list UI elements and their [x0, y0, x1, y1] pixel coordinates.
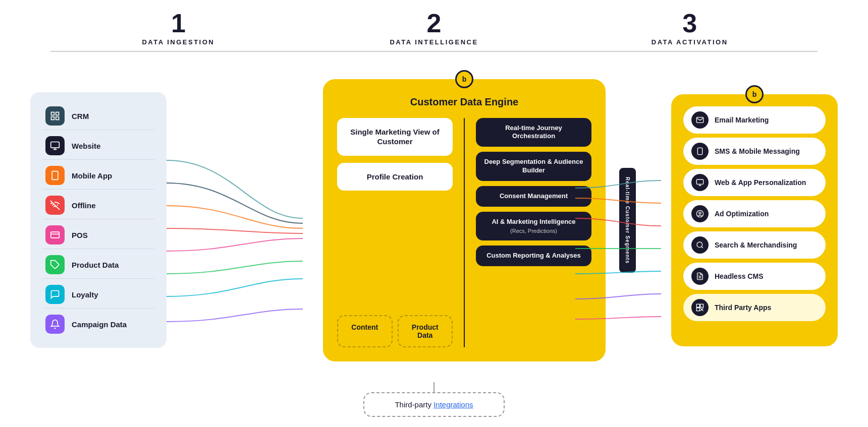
center-logo: b	[455, 70, 473, 88]
search-icon	[691, 236, 709, 254]
header-title-2: DATA INTELLIGENCE	[306, 38, 562, 46]
content-box: Content	[337, 315, 393, 347]
header-divider-3	[562, 51, 818, 52]
center-left-col: Single Marketing View of Customer Profil…	[337, 118, 453, 347]
integrations-vline	[433, 382, 435, 392]
page: 1 DATA INGESTION 2 DATA INTELLIGENCE 3 D…	[0, 0, 868, 427]
crm-icon	[45, 106, 65, 126]
profile-box: Profile Creation	[337, 163, 453, 191]
svg-rect-2	[51, 117, 55, 120]
right-item-search: Search & Merchandising	[683, 231, 826, 259]
right-item-email: Email Marketing	[683, 106, 826, 134]
campaign-label: Campaign Data	[72, 320, 127, 329]
header-section-3: 3 DATA ACTIVATION	[562, 10, 818, 52]
ad-icon	[691, 205, 709, 222]
svg-point-20	[699, 212, 701, 214]
smvc-box: Single Marketing View of Customer	[337, 118, 453, 156]
ad-label: Ad Optimization	[715, 210, 769, 218]
left-item-website: Website	[42, 132, 154, 160]
svg-point-21	[697, 242, 702, 248]
left-item-offline: Offline	[42, 192, 154, 219]
svg-rect-3	[56, 117, 59, 120]
integrations-link[interactable]: Integrations	[433, 400, 473, 409]
mobile-icon	[45, 166, 65, 185]
loyalty-label: Loyalty	[72, 290, 98, 299]
center-right-col: Real-time Journey Orchestration Deep Seg…	[476, 118, 591, 347]
center-panel: b Customer Data Engine Single Marketing …	[323, 79, 606, 361]
third-party-label: Third Party Apps	[715, 303, 771, 312]
header-number-3: 3	[562, 10, 818, 36]
website-icon	[45, 136, 65, 155]
journey-box: Real-time Journey Orchestration	[476, 118, 591, 147]
header-row: 1 DATA INGESTION 2 DATA INTELLIGENCE 3 D…	[20, 10, 848, 52]
integrations-box: Third-party Integrations	[363, 392, 504, 417]
header-number-1: 1	[50, 10, 306, 36]
crm-label: CRM	[72, 112, 89, 120]
header-section-1: 1 DATA INGESTION	[50, 10, 306, 52]
consent-box: Consent Management	[476, 186, 591, 207]
integrations-text: Third-party	[395, 400, 433, 409]
svg-rect-25	[696, 304, 699, 307]
header-title-3: DATA ACTIVATION	[562, 38, 818, 46]
sms-label: SMS & Mobile Messaging	[715, 147, 800, 155]
svg-rect-1	[56, 112, 59, 115]
center-logo-text: b	[462, 75, 467, 83]
left-item-campaign: Campaign Data	[42, 311, 154, 338]
right-panel: b Email Marketing SMS & Mobile Messaging…	[671, 94, 838, 346]
header-number-2: 2	[306, 10, 562, 36]
pos-icon	[45, 225, 65, 245]
offline-label: Offline	[72, 201, 96, 210]
left-item-crm: CRM	[42, 102, 154, 130]
bottom-boxes: Content Product Data	[337, 315, 453, 347]
header-divider-2	[306, 51, 562, 52]
cms-icon	[691, 268, 709, 285]
product-data-box: Product Data	[398, 315, 453, 347]
reporting-box: Custom Reporting & Analyses	[476, 246, 591, 266]
sms-icon	[691, 143, 709, 160]
svg-rect-7	[52, 171, 58, 180]
svg-rect-11	[51, 232, 60, 238]
svg-line-22	[701, 247, 703, 248]
center-title: Customer Data Engine	[410, 96, 518, 108]
campaign-icon	[45, 315, 65, 334]
rtcs-badge: Real-time Customer Segments	[619, 167, 636, 272]
left-item-mobile: Mobile App	[42, 162, 154, 190]
search-label: Search & Merchandising	[715, 241, 797, 249]
right-item-sms: SMS & Mobile Messaging	[683, 138, 826, 165]
left-item-product: Product Data	[42, 251, 154, 279]
header-section-2: 2 DATA INTELLIGENCE	[306, 10, 562, 52]
pos-label: POS	[72, 231, 88, 239]
right-item-cms: Headless CMS	[683, 263, 826, 290]
right-logo-text: b	[752, 90, 757, 98]
email-icon	[691, 111, 709, 129]
header-divider-1	[50, 51, 306, 52]
integrations-section: Third-party Integrations	[20, 382, 848, 417]
svg-rect-4	[51, 142, 60, 148]
email-label: Email Marketing	[715, 116, 769, 124]
right-item-ad: Ad Optimization	[683, 200, 826, 227]
svg-rect-27	[696, 308, 699, 311]
left-item-pos: POS	[42, 221, 154, 249]
third-party-icon	[691, 299, 709, 316]
right-item-web: Web & App Personalization	[683, 169, 826, 196]
segmentation-box: Deep Segmentation & Audience Builder	[476, 152, 591, 181]
vertical-divider	[464, 118, 465, 347]
web-icon	[691, 174, 709, 191]
loyalty-icon	[45, 285, 65, 304]
product-label: Product Data	[72, 261, 119, 269]
cms-label: Headless CMS	[715, 272, 763, 280]
website-label: Website	[72, 142, 100, 150]
main-content: CRM Website Mobile App Offline	[20, 62, 848, 378]
svg-rect-26	[700, 304, 703, 307]
ai-box: AI & Marketing Intelligence (Recs, Predi…	[476, 212, 591, 240]
web-label: Web & App Personalization	[715, 178, 806, 187]
offline-icon	[45, 196, 65, 215]
product-icon	[45, 255, 65, 274]
mobile-label: Mobile App	[72, 171, 112, 180]
right-logo: b	[745, 85, 764, 103]
right-item-third-party: Third Party Apps	[683, 294, 826, 321]
center-body: Single Marketing View of Customer Profil…	[337, 118, 591, 347]
left-panel: CRM Website Mobile App Offline	[30, 92, 167, 348]
svg-rect-16	[696, 179, 703, 184]
svg-rect-0	[51, 112, 55, 115]
